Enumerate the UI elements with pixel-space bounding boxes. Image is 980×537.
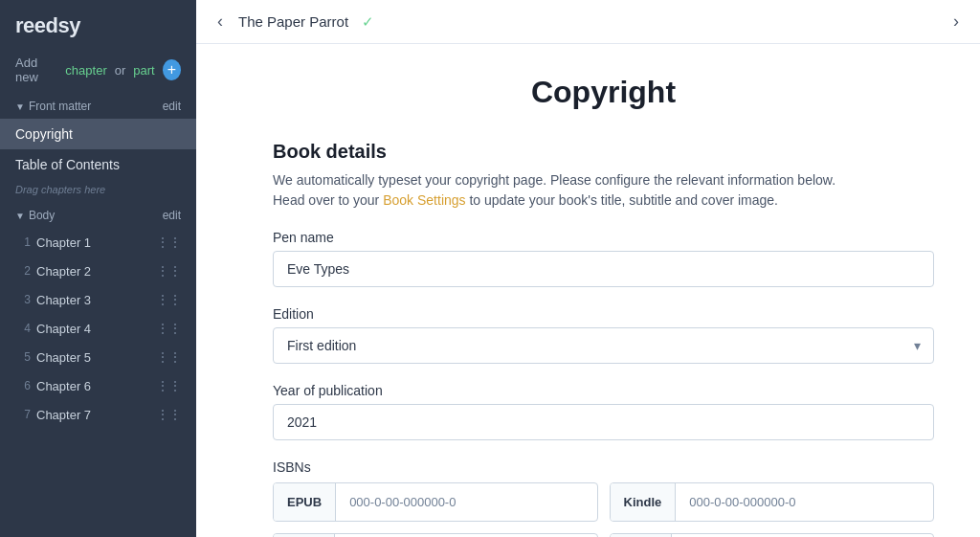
chapter-name-7: Chapter 7	[36, 408, 156, 422]
drag-handle-2: ⋮⋮	[156, 263, 181, 279]
front-matter-label: Front matter	[29, 100, 91, 113]
add-chapter-link[interactable]: chapter	[65, 63, 106, 78]
isbn-epub-type: EPUB	[274, 483, 336, 521]
drag-handle-1: ⋮⋮	[156, 235, 181, 250]
body-header: ▼ Body edit	[0, 203, 196, 228]
isbns-grid: EPUB 000-0-00-000000-0 Kindle 000-0-00-0…	[273, 482, 934, 537]
isbns-section: ISBNs EPUB 000-0-00-000000-0 Kindle 000-…	[273, 459, 934, 537]
isbn-epub-value: 000-0-00-000000-0	[336, 483, 596, 521]
chapter-name-3: Chapter 3	[36, 293, 156, 307]
toc-label: Table of Contents	[15, 157, 120, 172]
topbar-left: ‹ The Paper Parrot ✓	[212, 10, 374, 34]
front-matter-header: ▼ Front matter edit	[0, 94, 196, 119]
year-input[interactable]	[273, 404, 934, 440]
edition-select[interactable]: First edition Second edition Third editi…	[273, 327, 934, 364]
isbn-kindle: Kindle 000-0-00-000000-0	[610, 482, 935, 522]
chapter-num-1: 1	[15, 235, 31, 249]
drag-handle-4: ⋮⋮	[156, 321, 181, 336]
book-settings-link[interactable]: Book Settings	[383, 192, 465, 208]
drag-handle-7: ⋮⋮	[156, 407, 181, 422]
desc-text-2: Head over to your	[273, 192, 379, 208]
next-button[interactable]: ›	[947, 10, 965, 34]
edition-label: Edition	[273, 306, 934, 322]
desc-text-1: We automatically typeset your copyright …	[273, 172, 835, 188]
book-details-desc: We automatically typeset your copyright …	[273, 170, 934, 211]
drag-handle-6: ⋮⋮	[156, 378, 181, 393]
add-new-row: Add new chapter or part +	[0, 48, 196, 94]
chapter-num-4: 4	[15, 322, 31, 335]
pen-name-label: Pen name	[273, 230, 934, 245]
topbar: ‹ The Paper Parrot ✓ ›	[196, 0, 980, 44]
edition-group: Edition First edition Second edition Thi…	[273, 306, 934, 364]
body-label: Body	[29, 209, 55, 222]
isbn-kindle-value: 000-0-00-000000-0	[676, 483, 933, 521]
isbn-pdf: PDF 9798700596695	[273, 533, 598, 537]
chapter-row-6[interactable]: 6 Chapter 6 ⋮⋮	[0, 371, 196, 400]
isbn-kindle-type: Kindle	[611, 483, 677, 521]
chapter-name-5: Chapter 5	[36, 350, 156, 365]
sidebar-item-copyright[interactable]: Copyright	[0, 119, 196, 149]
isbn-print: Print 9798513319245	[610, 533, 935, 537]
sidebar: reedsy Add new chapter or part + ▼ Front…	[0, 0, 196, 537]
logo: reedsy	[0, 0, 196, 48]
year-label: Year of publication	[273, 383, 934, 398]
body-triangle: ▼	[15, 211, 25, 221]
front-matter-edit[interactable]: edit	[163, 100, 181, 113]
drag-handle-3: ⋮⋮	[156, 292, 181, 307]
year-group: Year of publication	[273, 383, 934, 440]
pen-name-input[interactable]	[273, 251, 934, 287]
sidebar-item-toc[interactable]: Table of Contents	[0, 149, 196, 180]
add-new-label: Add new	[15, 56, 57, 84]
chapter-num-5: 5	[15, 350, 31, 364]
body-edit[interactable]: edit	[163, 209, 181, 222]
pen-name-group: Pen name	[273, 230, 934, 287]
isbns-label: ISBNs	[273, 459, 934, 475]
chapter-num-7: 7	[15, 408, 31, 421]
chapter-name-1: Chapter 1	[36, 235, 156, 250]
page-title: Copyright	[273, 75, 934, 110]
content-area: Copyright Book details We automatically …	[196, 44, 980, 537]
chapter-name-6: Chapter 6	[36, 379, 156, 393]
chapter-row-5[interactable]: 5 Chapter 5 ⋮⋮	[0, 343, 196, 371]
book-details-section: Book details We automatically typeset yo…	[273, 141, 934, 211]
add-button[interactable]: +	[163, 59, 181, 80]
chapter-num-6: 6	[15, 379, 31, 392]
edition-select-wrapper: First edition Second edition Third editi…	[273, 327, 934, 364]
drag-handle-5: ⋮⋮	[156, 349, 181, 365]
chapter-num-2: 2	[15, 264, 31, 278]
add-or-label: or	[115, 63, 126, 78]
next-icon: ›	[953, 11, 959, 31]
chapter-name-4: Chapter 4	[36, 322, 156, 336]
desc-text-3: to update your book's title, subtitle an…	[469, 192, 778, 208]
prev-button[interactable]: ‹	[212, 10, 229, 34]
chapter-num-3: 3	[15, 293, 31, 306]
chapter-row-4[interactable]: 4 Chapter 4 ⋮⋮	[0, 314, 196, 343]
check-icon: ✓	[362, 13, 374, 31]
chapter-row-1[interactable]: 1 Chapter 1 ⋮⋮	[0, 228, 196, 257]
chapter-row-2[interactable]: 2 Chapter 2 ⋮⋮	[0, 257, 196, 285]
add-part-link[interactable]: part	[133, 63, 154, 78]
chapter-row-7[interactable]: 7 Chapter 7 ⋮⋮	[0, 400, 196, 429]
chapter-name-2: Chapter 2	[36, 264, 156, 279]
book-details-title: Book details	[273, 141, 934, 163]
topbar-title: The Paper Parrot	[238, 13, 348, 30]
chapter-list: 1 Chapter 1 ⋮⋮ 2 Chapter 2 ⋮⋮ 3 Chapter …	[0, 228, 196, 429]
front-matter-triangle: ▼	[15, 101, 25, 112]
topbar-right: ›	[947, 10, 965, 34]
drag-hint: Drag chapters here	[0, 180, 196, 203]
isbn-epub: EPUB 000-0-00-000000-0	[273, 482, 598, 522]
copyright-label: Copyright	[15, 126, 73, 142]
chapter-row-3[interactable]: 3 Chapter 3 ⋮⋮	[0, 285, 196, 314]
prev-icon: ‹	[217, 11, 223, 31]
main-area: ‹ The Paper Parrot ✓ › Copyright Book de…	[196, 0, 980, 537]
